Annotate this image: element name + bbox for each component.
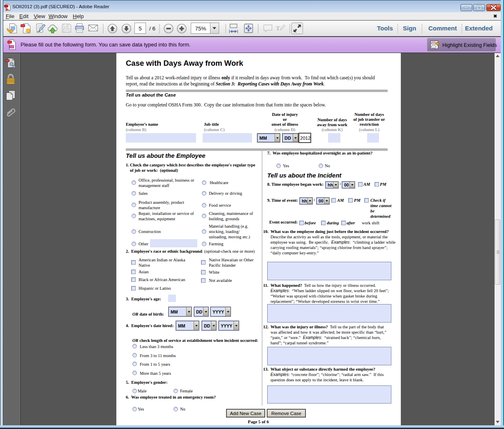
svg-text:T: T bbox=[276, 25, 280, 32]
svg-text:5: 5 bbox=[139, 25, 142, 32]
svg-text:75%: 75% bbox=[195, 25, 206, 32]
svg-text:/ 6: / 6 bbox=[149, 25, 155, 32]
